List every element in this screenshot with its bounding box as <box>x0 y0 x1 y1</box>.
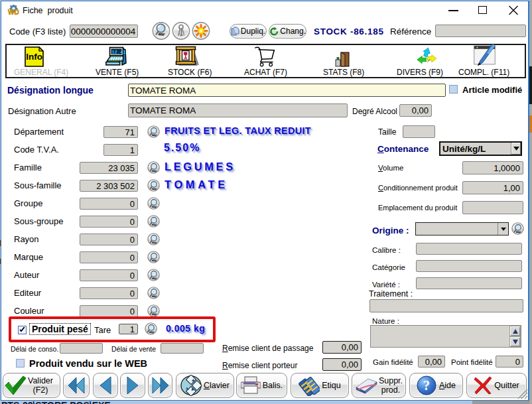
svg-text:WD: WD <box>8 9 19 16</box>
svg-text:Info: Info <box>26 52 42 62</box>
svg-text:12.41: 12.41 <box>111 50 126 55</box>
svg-text:?: ? <box>423 378 430 393</box>
